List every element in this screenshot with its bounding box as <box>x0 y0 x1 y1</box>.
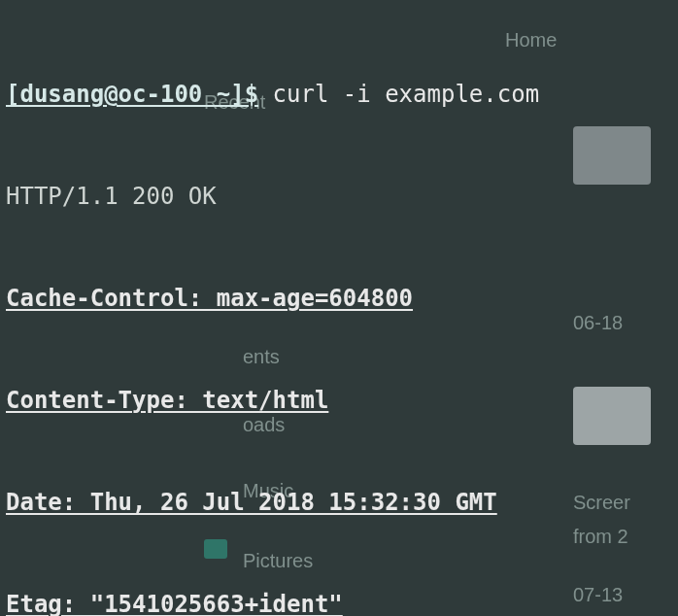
http-header: Content-Type: text/html <box>6 384 672 418</box>
http-header: Date: Thu, 26 Jul 2018 15:32:30 GMT <box>6 486 672 520</box>
command-text: curl -i example.com <box>273 81 540 108</box>
terminal-window[interactable]: [dusang@oc-100 ~]$ curl -i example.com H… <box>0 0 678 616</box>
http-header: Cache-Control: max-age=604800 <box>6 282 672 316</box>
http-header: Etag: "1541025663+ident" <box>6 588 672 616</box>
http-status-line: HTTP/1.1 200 OK <box>6 180 672 214</box>
shell-prompt: [dusang@oc-100 ~]$ <box>6 81 258 108</box>
prompt-line[interactable]: [dusang@oc-100 ~]$ curl -i example.com <box>6 78 672 112</box>
